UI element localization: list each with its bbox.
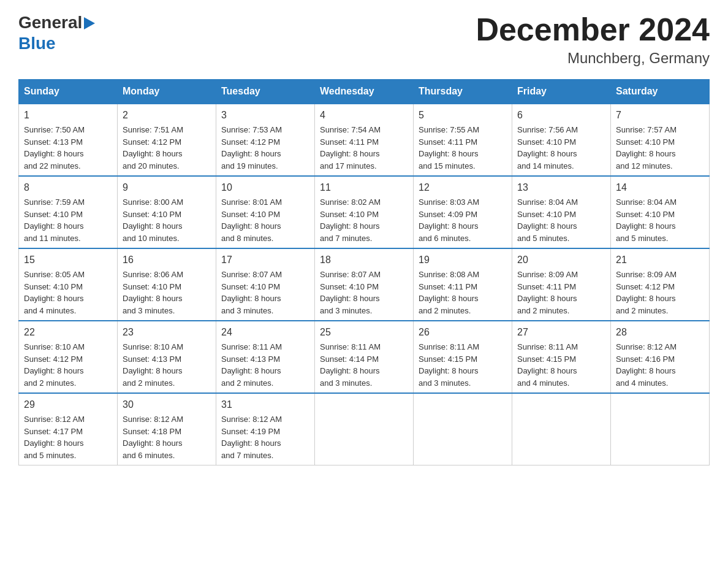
table-row: 27Sunrise: 8:11 AMSunset: 4:15 PMDayligh… bbox=[512, 321, 611, 393]
day-number: 24 bbox=[221, 325, 309, 340]
day-info: Sunrise: 8:06 AMSunset: 4:10 PMDaylight:… bbox=[123, 270, 183, 315]
day-header-saturday: Saturday bbox=[611, 80, 710, 104]
day-number: 7 bbox=[616, 108, 704, 123]
table-row bbox=[414, 393, 512, 465]
day-number: 21 bbox=[616, 253, 704, 267]
page-subtitle: Munchberg, Germany bbox=[476, 50, 710, 67]
day-number: 12 bbox=[419, 180, 507, 195]
day-header-monday: Monday bbox=[118, 80, 216, 104]
day-info: Sunrise: 8:04 AMSunset: 4:10 PMDaylight:… bbox=[616, 197, 677, 243]
table-row: 18Sunrise: 8:07 AMSunset: 4:10 PMDayligh… bbox=[315, 248, 414, 321]
day-info: Sunrise: 8:10 AMSunset: 4:13 PMDaylight:… bbox=[123, 342, 183, 388]
days-header-row: SundayMondayTuesdayWednesdayThursdayFrid… bbox=[19, 80, 710, 104]
day-info: Sunrise: 7:54 AMSunset: 4:11 PMDaylight:… bbox=[320, 125, 381, 170]
calendar-table: SundayMondayTuesdayWednesdayThursdayFrid… bbox=[18, 79, 710, 465]
day-number: 13 bbox=[517, 180, 605, 195]
day-info: Sunrise: 8:02 AMSunset: 4:10 PMDaylight:… bbox=[320, 197, 381, 243]
day-number: 28 bbox=[616, 325, 704, 340]
logo: General Blue bbox=[18, 12, 95, 53]
table-row bbox=[512, 393, 611, 465]
table-row: 17Sunrise: 8:07 AMSunset: 4:10 PMDayligh… bbox=[216, 248, 315, 321]
day-number: 22 bbox=[24, 325, 112, 340]
day-info: Sunrise: 8:07 AMSunset: 4:10 PMDaylight:… bbox=[221, 270, 282, 315]
table-row: 12Sunrise: 8:03 AMSunset: 4:09 PMDayligh… bbox=[414, 176, 512, 248]
day-number: 11 bbox=[320, 180, 408, 195]
logo-general-text: General bbox=[18, 12, 82, 33]
day-info: Sunrise: 8:12 AMSunset: 4:19 PMDaylight:… bbox=[221, 415, 282, 460]
day-header-tuesday: Tuesday bbox=[216, 80, 315, 104]
day-info: Sunrise: 8:07 AMSunset: 4:10 PMDaylight:… bbox=[320, 270, 381, 315]
table-row: 22Sunrise: 8:10 AMSunset: 4:12 PMDayligh… bbox=[19, 321, 118, 393]
logo-arrow-icon bbox=[84, 17, 95, 29]
day-info: Sunrise: 8:09 AMSunset: 4:11 PMDaylight:… bbox=[517, 270, 578, 315]
table-row: 7Sunrise: 7:57 AMSunset: 4:10 PMDaylight… bbox=[611, 104, 710, 176]
day-header-sunday: Sunday bbox=[19, 80, 118, 104]
day-number: 10 bbox=[221, 180, 309, 195]
table-row: 9Sunrise: 8:00 AMSunset: 4:10 PMDaylight… bbox=[118, 176, 216, 248]
table-row bbox=[611, 393, 710, 465]
week-row-1: 1Sunrise: 7:50 AMSunset: 4:13 PMDaylight… bbox=[19, 104, 710, 176]
day-info: Sunrise: 7:59 AMSunset: 4:10 PMDaylight:… bbox=[24, 197, 85, 243]
day-number: 14 bbox=[616, 180, 704, 195]
table-row: 5Sunrise: 7:55 AMSunset: 4:11 PMDaylight… bbox=[414, 104, 512, 176]
day-number: 3 bbox=[221, 108, 309, 123]
day-header-thursday: Thursday bbox=[414, 80, 512, 104]
table-row: 8Sunrise: 7:59 AMSunset: 4:10 PMDaylight… bbox=[19, 176, 118, 248]
table-row: 29Sunrise: 8:12 AMSunset: 4:17 PMDayligh… bbox=[19, 393, 118, 465]
week-row-2: 8Sunrise: 7:59 AMSunset: 4:10 PMDaylight… bbox=[19, 176, 710, 248]
table-row bbox=[315, 393, 414, 465]
day-number: 16 bbox=[123, 253, 211, 267]
table-row: 14Sunrise: 8:04 AMSunset: 4:10 PMDayligh… bbox=[611, 176, 710, 248]
day-info: Sunrise: 8:12 AMSunset: 4:17 PMDaylight:… bbox=[24, 415, 85, 460]
day-info: Sunrise: 7:57 AMSunset: 4:10 PMDaylight:… bbox=[616, 125, 677, 170]
table-row: 21Sunrise: 8:09 AMSunset: 4:12 PMDayligh… bbox=[611, 248, 710, 321]
day-info: Sunrise: 7:51 AMSunset: 4:12 PMDaylight:… bbox=[123, 125, 183, 170]
week-row-4: 22Sunrise: 8:10 AMSunset: 4:12 PMDayligh… bbox=[19, 321, 710, 393]
day-number: 26 bbox=[419, 325, 507, 340]
day-number: 6 bbox=[517, 108, 605, 123]
table-row: 20Sunrise: 8:09 AMSunset: 4:11 PMDayligh… bbox=[512, 248, 611, 321]
day-info: Sunrise: 8:05 AMSunset: 4:10 PMDaylight:… bbox=[24, 270, 85, 315]
table-row: 6Sunrise: 7:56 AMSunset: 4:10 PMDaylight… bbox=[512, 104, 611, 176]
day-info: Sunrise: 8:11 AMSunset: 4:15 PMDaylight:… bbox=[517, 342, 578, 388]
table-row: 24Sunrise: 8:11 AMSunset: 4:13 PMDayligh… bbox=[216, 321, 315, 393]
day-number: 31 bbox=[221, 397, 309, 412]
day-number: 25 bbox=[320, 325, 408, 340]
day-info: Sunrise: 8:01 AMSunset: 4:10 PMDaylight:… bbox=[221, 197, 282, 243]
week-row-3: 15Sunrise: 8:05 AMSunset: 4:10 PMDayligh… bbox=[19, 248, 710, 321]
day-number: 5 bbox=[419, 108, 507, 123]
table-row: 3Sunrise: 7:53 AMSunset: 4:12 PMDaylight… bbox=[216, 104, 315, 176]
day-info: Sunrise: 8:10 AMSunset: 4:12 PMDaylight:… bbox=[24, 342, 85, 388]
table-row: 30Sunrise: 8:12 AMSunset: 4:18 PMDayligh… bbox=[118, 393, 216, 465]
day-header-friday: Friday bbox=[512, 80, 611, 104]
day-number: 2 bbox=[123, 108, 211, 123]
table-row: 15Sunrise: 8:05 AMSunset: 4:10 PMDayligh… bbox=[19, 248, 118, 321]
day-number: 20 bbox=[517, 253, 605, 267]
day-number: 8 bbox=[24, 180, 112, 195]
table-row: 25Sunrise: 8:11 AMSunset: 4:14 PMDayligh… bbox=[315, 321, 414, 393]
table-row: 31Sunrise: 8:12 AMSunset: 4:19 PMDayligh… bbox=[216, 393, 315, 465]
week-row-5: 29Sunrise: 8:12 AMSunset: 4:17 PMDayligh… bbox=[19, 393, 710, 465]
table-row: 2Sunrise: 7:51 AMSunset: 4:12 PMDaylight… bbox=[118, 104, 216, 176]
table-row: 13Sunrise: 8:04 AMSunset: 4:10 PMDayligh… bbox=[512, 176, 611, 248]
day-info: Sunrise: 8:12 AMSunset: 4:16 PMDaylight:… bbox=[616, 342, 677, 388]
day-info: Sunrise: 8:00 AMSunset: 4:10 PMDaylight:… bbox=[123, 197, 183, 243]
day-number: 17 bbox=[221, 253, 309, 267]
day-number: 23 bbox=[123, 325, 211, 340]
day-number: 4 bbox=[320, 108, 408, 123]
day-info: Sunrise: 8:09 AMSunset: 4:12 PMDaylight:… bbox=[616, 270, 677, 315]
day-info: Sunrise: 8:03 AMSunset: 4:09 PMDaylight:… bbox=[419, 197, 479, 243]
day-info: Sunrise: 8:11 AMSunset: 4:15 PMDaylight:… bbox=[419, 342, 479, 388]
day-info: Sunrise: 7:53 AMSunset: 4:12 PMDaylight:… bbox=[221, 125, 282, 170]
day-info: Sunrise: 8:11 AMSunset: 4:14 PMDaylight:… bbox=[320, 342, 381, 388]
day-number: 27 bbox=[517, 325, 605, 340]
table-row: 10Sunrise: 8:01 AMSunset: 4:10 PMDayligh… bbox=[216, 176, 315, 248]
day-number: 18 bbox=[320, 253, 408, 267]
day-number: 15 bbox=[24, 253, 112, 267]
logo-blue-text: Blue bbox=[18, 34, 56, 53]
table-row: 1Sunrise: 7:50 AMSunset: 4:13 PMDaylight… bbox=[19, 104, 118, 176]
day-info: Sunrise: 7:55 AMSunset: 4:11 PMDaylight:… bbox=[419, 125, 479, 170]
table-row: 11Sunrise: 8:02 AMSunset: 4:10 PMDayligh… bbox=[315, 176, 414, 248]
day-number: 19 bbox=[419, 253, 507, 267]
table-row: 23Sunrise: 8:10 AMSunset: 4:13 PMDayligh… bbox=[118, 321, 216, 393]
